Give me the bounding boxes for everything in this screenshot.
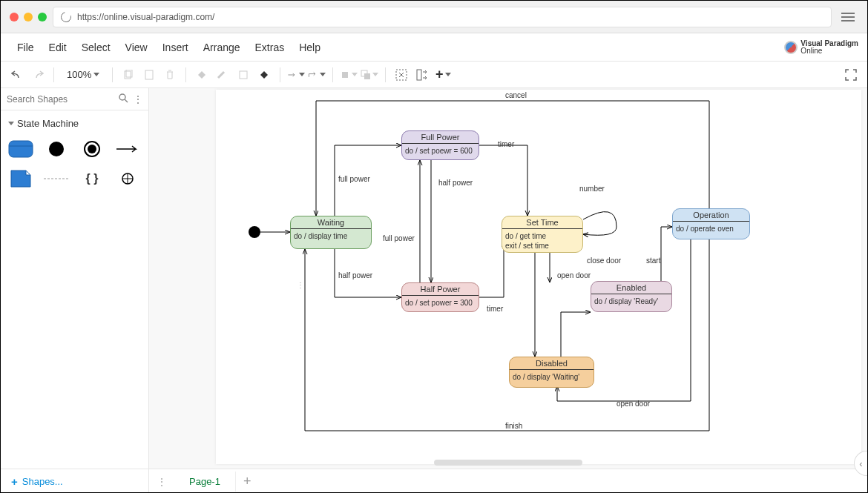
waypoints-button[interactable] bbox=[308, 66, 326, 84]
add-page-button[interactable]: + bbox=[236, 474, 259, 489]
edge-label-full-power2: full power bbox=[383, 234, 415, 242]
zoom-fit-button[interactable] bbox=[413, 66, 431, 84]
state-title: Waiting bbox=[291, 216, 371, 229]
edge-label-finish: finish bbox=[505, 422, 522, 430]
close-window-button[interactable] bbox=[10, 13, 19, 21]
svg-rect-8 bbox=[417, 70, 421, 80]
palette-header[interactable]: State Machine bbox=[1, 110, 148, 135]
state-title: Enabled bbox=[591, 282, 671, 294]
edge-label-open-door1: open door bbox=[557, 271, 591, 279]
state-body: do / set poewr = 600 bbox=[402, 144, 479, 158]
refresh-icon[interactable] bbox=[59, 10, 73, 24]
search-shapes-row: ⋮ bbox=[1, 88, 148, 110]
edge-label-timer1: timer bbox=[498, 140, 514, 148]
sidebar-resize-handle[interactable]: ⋮ bbox=[298, 274, 303, 296]
edges-layer bbox=[216, 90, 861, 464]
shadow-button[interactable] bbox=[234, 66, 252, 84]
browser-menu-icon[interactable] bbox=[838, 8, 858, 26]
insert-button[interactable]: + bbox=[434, 66, 452, 84]
sidebar-menu-icon[interactable]: ⋮ bbox=[133, 94, 143, 105]
zoom-select[interactable]: 100% bbox=[61, 69, 105, 80]
chevron-down-icon bbox=[93, 73, 99, 76]
state-title: Operation bbox=[673, 209, 749, 222]
state-full-power[interactable]: Full Power do / set poewr = 600 bbox=[401, 130, 479, 160]
menu-arrange[interactable]: Arrange bbox=[196, 37, 248, 58]
state-body: do / display time bbox=[291, 229, 371, 243]
search-icon[interactable] bbox=[118, 93, 128, 105]
canvas-area[interactable]: ⋮ bbox=[149, 88, 867, 469]
edge-label-full-power1: full power bbox=[338, 175, 370, 183]
edge-label-open-door2: open door bbox=[617, 400, 650, 408]
menu-edit[interactable]: Edit bbox=[42, 37, 74, 58]
shape-final-state[interactable] bbox=[79, 139, 105, 159]
url-text: https://online.visual-paradigm.com/ bbox=[77, 12, 214, 22]
state-set-time[interactable]: Set Time do / get time exit / set time bbox=[502, 216, 583, 253]
svg-rect-3 bbox=[240, 71, 247, 79]
main-area: ⋮ State Machine { } ⋮ bbox=[1, 88, 867, 469]
shape-note[interactable] bbox=[8, 169, 33, 188]
menu-file[interactable]: File bbox=[10, 37, 42, 58]
footer: + Shapes... ⋮ Page-1 + ‹ bbox=[1, 469, 867, 493]
menu-bar: File Edit Select View Insert Arrange Ext… bbox=[1, 33, 867, 62]
horizontal-scrollbar[interactable] bbox=[434, 460, 582, 466]
copy-button[interactable] bbox=[119, 66, 137, 84]
fit-page-button[interactable] bbox=[392, 66, 410, 84]
svg-rect-2 bbox=[145, 70, 153, 79]
window-controls bbox=[10, 13, 47, 21]
palette-grid: { } bbox=[1, 135, 148, 193]
state-body: do / display 'Ready' bbox=[591, 294, 671, 308]
format-painter-button[interactable] bbox=[255, 66, 273, 84]
state-operation[interactable]: Operation do / operate oven bbox=[672, 208, 750, 239]
shape-junction[interactable] bbox=[115, 169, 140, 188]
menu-help[interactable]: Help bbox=[292, 37, 328, 58]
svg-point-14 bbox=[88, 145, 96, 153]
diagram-canvas[interactable]: Waiting do / display time Full Power do … bbox=[216, 90, 861, 464]
shape-constraint[interactable]: { } bbox=[79, 169, 105, 188]
to-front-button[interactable] bbox=[340, 66, 358, 84]
more-shapes-button[interactable]: + Shapes... bbox=[1, 469, 149, 493]
edge-label-half-power2: half power bbox=[338, 271, 372, 279]
state-disabled[interactable]: Disabled do / display 'Waiting' bbox=[509, 357, 594, 388]
delete-button[interactable] bbox=[161, 66, 179, 84]
menu-select[interactable]: Select bbox=[74, 37, 118, 58]
state-title: Disabled bbox=[510, 357, 594, 370]
shape-anchor[interactable] bbox=[44, 169, 69, 188]
edge-label-half-power1: half power bbox=[438, 179, 473, 187]
svg-rect-6 bbox=[364, 73, 370, 79]
svg-point-9 bbox=[119, 94, 125, 100]
state-half-power[interactable]: Half Power do / set power = 300 bbox=[401, 282, 479, 312]
menu-extras[interactable]: Extras bbox=[248, 37, 292, 58]
state-waiting[interactable]: Waiting do / display time bbox=[290, 216, 372, 249]
connection-button[interactable] bbox=[287, 66, 305, 84]
state-title: Set Time bbox=[502, 216, 582, 229]
to-back-button[interactable] bbox=[361, 66, 378, 84]
fullscreen-icon[interactable] bbox=[845, 69, 857, 81]
state-body: do / get time exit / set time bbox=[502, 229, 582, 253]
brand-logo: Visual ParadigmOnline bbox=[784, 40, 858, 55]
shape-state[interactable] bbox=[8, 139, 33, 159]
url-bar[interactable]: https://online.visual-paradigm.com/ bbox=[53, 7, 832, 27]
fill-color-button[interactable] bbox=[193, 66, 211, 84]
browser-chrome: https://online.visual-paradigm.com/ bbox=[1, 1, 867, 33]
page-tab-1[interactable]: Page-1 bbox=[174, 472, 236, 492]
sidebar: ⋮ State Machine { } bbox=[1, 88, 149, 469]
minimize-window-button[interactable] bbox=[24, 13, 33, 21]
edge-label-number: number bbox=[579, 185, 605, 193]
edge-label-cancel: cancel bbox=[505, 91, 527, 99]
menu-insert[interactable]: Insert bbox=[155, 37, 196, 58]
redo-button[interactable] bbox=[29, 66, 47, 84]
state-enabled[interactable]: Enabled do / display 'Ready' bbox=[591, 281, 672, 312]
menu-view[interactable]: View bbox=[118, 37, 155, 58]
state-body: do / operate oven bbox=[673, 222, 749, 236]
brand-text: Visual ParadigmOnline bbox=[800, 40, 858, 55]
footer-grip-icon[interactable]: ⋮ bbox=[149, 476, 174, 488]
shape-initial-state[interactable] bbox=[44, 139, 69, 159]
undo-button[interactable] bbox=[8, 66, 26, 84]
paste-button[interactable] bbox=[140, 66, 158, 84]
maximize-window-button[interactable] bbox=[38, 13, 47, 21]
search-input[interactable] bbox=[7, 94, 118, 105]
edge-label-close-door: close door bbox=[587, 257, 621, 265]
line-color-button[interactable] bbox=[214, 66, 231, 84]
shape-transition[interactable] bbox=[115, 139, 140, 159]
initial-state-node[interactable] bbox=[249, 226, 260, 238]
